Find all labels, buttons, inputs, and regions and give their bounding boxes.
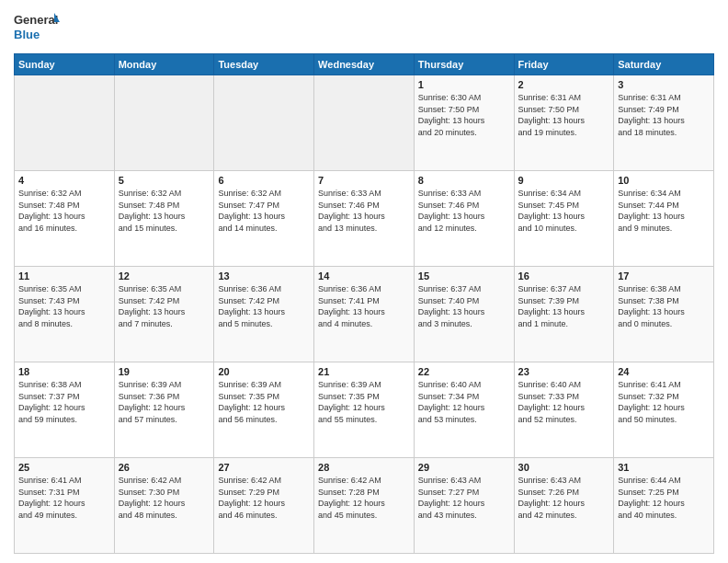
day-cell: 14Sunrise: 6:36 AM Sunset: 7:41 PM Dayli… [314,267,415,362]
day-info: Sunrise: 6:42 AM Sunset: 7:29 PM Dayligh… [218,475,310,521]
day-number: 10 [618,175,710,186]
day-cell: 29Sunrise: 6:43 AM Sunset: 7:27 PM Dayli… [414,458,514,554]
day-cell: 2Sunrise: 6:31 AM Sunset: 7:50 PM Daylig… [514,75,614,171]
day-info: Sunrise: 6:33 AM Sunset: 7:46 PM Dayligh… [318,188,410,234]
day-cell: 8Sunrise: 6:33 AM Sunset: 7:46 PM Daylig… [414,171,514,267]
day-number: 28 [318,462,410,473]
day-number: 2 [518,79,610,90]
day-number: 29 [418,462,510,473]
day-info: Sunrise: 6:30 AM Sunset: 7:50 PM Dayligh… [418,92,510,138]
day-info: Sunrise: 6:42 AM Sunset: 7:30 PM Dayligh… [119,475,210,521]
day-number: 14 [318,270,410,282]
week-row-2: 4Sunrise: 6:32 AM Sunset: 7:48 PM Daylig… [15,171,714,267]
day-cell: 17Sunrise: 6:38 AM Sunset: 7:38 PM Dayli… [614,267,714,362]
day-info: Sunrise: 6:36 AM Sunset: 7:42 PM Dayligh… [218,283,310,329]
day-cell: 6Sunrise: 6:32 AM Sunset: 7:47 PM Daylig… [214,171,314,267]
day-number: 24 [618,366,710,377]
day-number: 9 [518,175,610,186]
logo-svg: General Blue [14,9,60,46]
day-number: 6 [218,175,310,186]
day-cell: 7Sunrise: 6:33 AM Sunset: 7:46 PM Daylig… [314,171,415,267]
day-cell: 21Sunrise: 6:39 AM Sunset: 7:35 PM Dayli… [314,362,415,458]
day-number: 20 [218,366,310,377]
logo: General Blue [14,9,60,46]
day-cell: 28Sunrise: 6:42 AM Sunset: 7:28 PM Dayli… [314,458,415,554]
weekday-header-row: SundayMondayTuesdayWednesdayThursdayFrid… [15,54,714,75]
day-number: 21 [318,366,410,377]
week-row-4: 18Sunrise: 6:38 AM Sunset: 7:37 PM Dayli… [15,362,714,458]
day-info: Sunrise: 6:34 AM Sunset: 7:45 PM Dayligh… [518,188,610,234]
day-cell: 26Sunrise: 6:42 AM Sunset: 7:30 PM Dayli… [114,458,214,554]
day-number: 31 [618,462,710,473]
day-info: Sunrise: 6:42 AM Sunset: 7:28 PM Dayligh… [318,475,410,521]
day-number: 16 [518,270,610,282]
day-number: 13 [218,270,310,282]
day-number: 25 [18,462,110,473]
day-info: Sunrise: 6:32 AM Sunset: 7:48 PM Dayligh… [18,188,110,234]
day-info: Sunrise: 6:38 AM Sunset: 7:37 PM Dayligh… [18,379,110,425]
day-number: 5 [119,175,210,186]
weekday-header-sunday: Sunday [15,54,115,75]
week-row-3: 11Sunrise: 6:35 AM Sunset: 7:43 PM Dayli… [15,267,714,362]
day-info: Sunrise: 6:32 AM Sunset: 7:48 PM Dayligh… [119,188,210,234]
day-cell: 12Sunrise: 6:35 AM Sunset: 7:42 PM Dayli… [114,267,214,362]
day-number: 27 [218,462,310,473]
day-number: 17 [618,270,710,282]
weekday-header-saturday: Saturday [614,54,714,75]
day-cell: 24Sunrise: 6:41 AM Sunset: 7:32 PM Dayli… [614,362,714,458]
day-info: Sunrise: 6:31 AM Sunset: 7:50 PM Dayligh… [518,92,610,138]
day-cell: 9Sunrise: 6:34 AM Sunset: 7:45 PM Daylig… [514,171,614,267]
day-cell: 30Sunrise: 6:43 AM Sunset: 7:26 PM Dayli… [514,458,614,554]
day-cell: 11Sunrise: 6:35 AM Sunset: 7:43 PM Dayli… [15,267,115,362]
weekday-header-monday: Monday [114,54,214,75]
day-info: Sunrise: 6:40 AM Sunset: 7:34 PM Dayligh… [418,379,510,425]
weekday-header-tuesday: Tuesday [214,54,314,75]
day-info: Sunrise: 6:35 AM Sunset: 7:43 PM Dayligh… [18,283,110,329]
day-cell: 4Sunrise: 6:32 AM Sunset: 7:48 PM Daylig… [15,171,115,267]
calendar-table: SundayMondayTuesdayWednesdayThursdayFrid… [14,53,714,554]
week-row-5: 25Sunrise: 6:41 AM Sunset: 7:31 PM Dayli… [15,458,714,554]
header: General Blue [14,9,714,46]
day-info: Sunrise: 6:43 AM Sunset: 7:26 PM Dayligh… [518,475,610,521]
svg-text:General: General [14,13,58,27]
day-cell: 18Sunrise: 6:38 AM Sunset: 7:37 PM Dayli… [15,362,115,458]
day-info: Sunrise: 6:44 AM Sunset: 7:25 PM Dayligh… [618,475,710,521]
day-number: 26 [119,462,210,473]
weekday-header-wednesday: Wednesday [314,54,415,75]
svg-text:Blue: Blue [14,28,40,41]
day-info: Sunrise: 6:39 AM Sunset: 7:36 PM Dayligh… [119,379,210,425]
day-number: 30 [518,462,610,473]
day-info: Sunrise: 6:36 AM Sunset: 7:41 PM Dayligh… [318,283,410,329]
day-number: 18 [18,366,110,377]
day-number: 1 [418,79,510,90]
page: General Blue SundayMondayTuesdayWednesda… [0,0,728,563]
day-cell [314,75,415,171]
day-number: 22 [418,366,510,377]
day-info: Sunrise: 6:39 AM Sunset: 7:35 PM Dayligh… [318,379,410,425]
day-info: Sunrise: 6:37 AM Sunset: 7:40 PM Dayligh… [418,283,510,329]
day-info: Sunrise: 6:38 AM Sunset: 7:38 PM Dayligh… [618,283,710,329]
day-info: Sunrise: 6:34 AM Sunset: 7:44 PM Dayligh… [618,188,710,234]
day-cell: 16Sunrise: 6:37 AM Sunset: 7:39 PM Dayli… [514,267,614,362]
day-number: 15 [418,270,510,282]
day-cell: 3Sunrise: 6:31 AM Sunset: 7:49 PM Daylig… [614,75,714,171]
day-cell: 10Sunrise: 6:34 AM Sunset: 7:44 PM Dayli… [614,171,714,267]
day-number: 4 [18,175,110,186]
week-row-1: 1Sunrise: 6:30 AM Sunset: 7:50 PM Daylig… [15,75,714,171]
day-info: Sunrise: 6:31 AM Sunset: 7:49 PM Dayligh… [618,92,710,138]
day-number: 11 [18,270,110,282]
day-number: 12 [119,270,210,282]
weekday-header-friday: Friday [514,54,614,75]
day-info: Sunrise: 6:41 AM Sunset: 7:32 PM Dayligh… [618,379,710,425]
day-info: Sunrise: 6:40 AM Sunset: 7:33 PM Dayligh… [518,379,610,425]
day-cell: 1Sunrise: 6:30 AM Sunset: 7:50 PM Daylig… [414,75,514,171]
day-cell: 5Sunrise: 6:32 AM Sunset: 7:48 PM Daylig… [114,171,214,267]
day-info: Sunrise: 6:39 AM Sunset: 7:35 PM Dayligh… [218,379,310,425]
day-number: 7 [318,175,410,186]
day-number: 23 [518,366,610,377]
day-info: Sunrise: 6:41 AM Sunset: 7:31 PM Dayligh… [18,475,110,521]
day-cell [214,75,314,171]
day-number: 3 [618,79,710,90]
day-number: 8 [418,175,510,186]
day-cell: 25Sunrise: 6:41 AM Sunset: 7:31 PM Dayli… [15,458,115,554]
